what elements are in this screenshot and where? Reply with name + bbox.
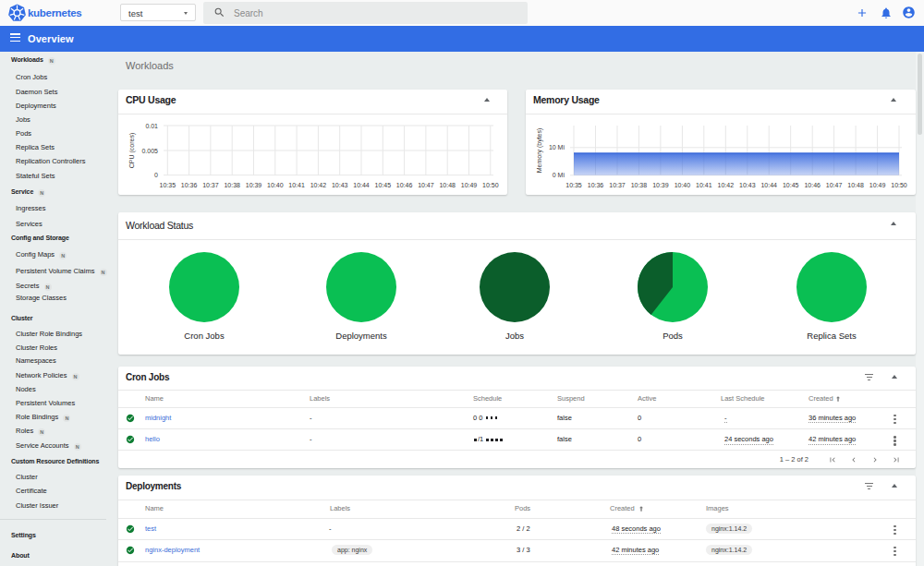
svg-text:Memory (bytes): Memory (bytes) <box>536 128 543 174</box>
svg-text:10:39: 10:39 <box>652 182 669 188</box>
svg-text:10:48: 10:48 <box>439 182 456 188</box>
svg-text:Deployments: Deployments <box>335 331 387 341</box>
svg-text:10:48: 10:48 <box>847 182 864 188</box>
svg-text:10:49: 10:49 <box>461 182 478 188</box>
svg-text:10 Mi: 10 Mi <box>549 144 565 151</box>
svg-text:10:50: 10:50 <box>891 182 907 188</box>
svg-text:10:41: 10:41 <box>288 182 305 188</box>
svg-text:10:37: 10:37 <box>609 182 626 188</box>
svg-text:10:50: 10:50 <box>482 182 499 188</box>
svg-text:10:40: 10:40 <box>267 182 284 188</box>
svg-text:CPU (cores): CPU (cores) <box>128 133 136 169</box>
svg-text:10:47: 10:47 <box>418 182 434 188</box>
svg-text:0 Mi: 0 Mi <box>553 172 565 178</box>
svg-text:10:42: 10:42 <box>310 182 327 188</box>
svg-text:Pods: Pods <box>663 331 683 341</box>
svg-text:10:36: 10:36 <box>181 182 198 188</box>
svg-text:10:36: 10:36 <box>588 182 604 188</box>
svg-text:10:45: 10:45 <box>375 182 392 188</box>
svg-text:10:42: 10:42 <box>718 182 735 188</box>
svg-text:10:46: 10:46 <box>804 182 821 188</box>
svg-text:10:43: 10:43 <box>739 182 756 188</box>
svg-text:10:49: 10:49 <box>869 182 886 188</box>
svg-text:10:35: 10:35 <box>160 182 176 188</box>
svg-text:0.005: 0.005 <box>141 148 158 154</box>
svg-text:10:46: 10:46 <box>396 182 413 188</box>
svg-text:10:41: 10:41 <box>696 182 712 188</box>
svg-text:10:39: 10:39 <box>246 182 262 188</box>
svg-text:10:43: 10:43 <box>332 182 348 188</box>
svg-text:10:40: 10:40 <box>675 182 691 188</box>
svg-text:Cron Jobs: Cron Jobs <box>184 331 225 341</box>
svg-text:10:47: 10:47 <box>826 182 843 188</box>
svg-text:10:35: 10:35 <box>565 182 582 188</box>
svg-text:0: 0 <box>154 172 158 178</box>
svg-text:Jobs: Jobs <box>505 331 524 341</box>
svg-text:10:44: 10:44 <box>760 182 777 188</box>
svg-text:10:45: 10:45 <box>783 182 799 188</box>
svg-text:10:44: 10:44 <box>353 182 370 188</box>
svg-text:0.01: 0.01 <box>145 123 158 129</box>
svg-text:10:38: 10:38 <box>224 182 240 188</box>
svg-text:10:37: 10:37 <box>202 182 219 188</box>
svg-text:Replica Sets: Replica Sets <box>807 331 857 341</box>
svg-text:10:38: 10:38 <box>631 182 648 188</box>
